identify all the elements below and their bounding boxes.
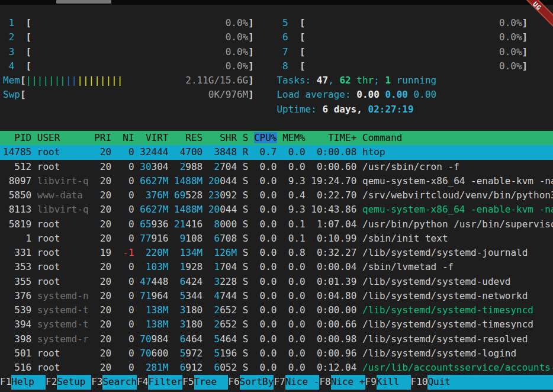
table-row[interactable]: 501 root 20 0 70600 5972 5196 S 0.0 0.0 … (0, 346, 553, 361)
meter-bracket: [ (26, 46, 32, 57)
mem-percent-cell: 0.8 (282, 247, 306, 258)
nice-cell: 0 (117, 362, 134, 373)
cpu-meter-label: 5 (276, 17, 288, 28)
state-cell: S (243, 161, 249, 172)
column-header-pid[interactable]: PID (3, 132, 31, 143)
fkey-help[interactable]: Help (11, 375, 46, 389)
nice-cell: 0 (117, 233, 134, 244)
mem-value-cell: 21 (174, 219, 185, 230)
fkey-sortby[interactable]: SortBy (240, 375, 274, 389)
tasks-summary: running (391, 75, 436, 86)
column-header-command[interactable]: Command (362, 132, 402, 143)
nice-cell: 0 (117, 219, 134, 230)
table-row[interactable]: 539 systemd-t 20 0 138M 3180 2652 S 0.0 … (0, 303, 553, 317)
state-cell: S (243, 319, 249, 330)
mem-percent-cell: 0.0 (282, 304, 306, 316)
mem-bar-green: ||||||| (26, 75, 66, 86)
column-header-user[interactable]: USER (37, 132, 89, 143)
fkey-search[interactable]: Search (102, 375, 137, 389)
fkey-number: F10 (411, 375, 428, 389)
table-row[interactable]: 5819 root 20 0 65936 21416 8000 S 0.0 0.… (0, 217, 553, 232)
tasks-summary: thr (351, 75, 374, 86)
cpu-percent-cell: 0.0 (254, 304, 277, 316)
table-row[interactable]: 5850 www-data 20 0 376M 69528 23092 S 0.… (0, 188, 553, 203)
mem-percent-cell: 0.0 (282, 261, 306, 272)
meter-bracket: ] (248, 46, 254, 57)
state-cell: S (243, 290, 249, 301)
nice-cell: 0 (117, 333, 134, 345)
time-cell: 19:24.70 (311, 175, 356, 187)
column-header-shr[interactable]: SHR (208, 132, 237, 143)
state-cell: S (243, 189, 249, 201)
table-row[interactable]: 512 root 20 0 30304 2988 2704 S 0.0 0.0 … (0, 160, 553, 174)
table-row[interactable]: 355 root 20 0 47448 6424 3228 S 0.0 0.0 … (0, 275, 553, 289)
column-header-ni[interactable]: NI (117, 132, 134, 143)
sort-column-header[interactable]: CPU% (254, 132, 277, 143)
mem-percent-cell: 0.0 (282, 333, 306, 345)
cpu-percent-cell: 0.0 (254, 161, 277, 172)
column-header-s[interactable]: S (243, 132, 249, 143)
pri-cell: 20 (94, 161, 111, 172)
user-cell: systemd-n (37, 290, 89, 301)
pid-cell: 353 (3, 261, 31, 272)
mem-value-cell: 2 (208, 161, 220, 172)
meter-bracket: [ (300, 31, 306, 43)
cpu-meters-row: 1 [ 0.0%] 5 [ 0.0%] (0, 16, 553, 30)
fkey-quit[interactable]: Quit (427, 375, 462, 389)
mem-percent-cell: 0.0 (282, 362, 306, 373)
mem-value-cell: 4 (174, 146, 185, 158)
fkey-filter[interactable]: Filter (148, 375, 182, 389)
mem-value-cell: 8 (208, 219, 220, 230)
table-row[interactable]: 516 root 20 0 281M 6912 6052 S 0.0 0.0 0… (0, 361, 553, 375)
mem-value-cell: 3 (208, 146, 220, 158)
column-header-pri[interactable]: PRI (94, 132, 111, 143)
mem-meter-value: 2.11G/15.6G (185, 75, 248, 86)
fkey-nice[interactable]: Nice - (285, 375, 320, 389)
mem-value-cell: 220M (140, 247, 168, 258)
column-header-res[interactable]: RES (174, 132, 202, 143)
meter-bracket: [ (20, 75, 26, 86)
nice-cell: 0 (117, 146, 134, 158)
cpu-meter-value: 0.0% (499, 17, 522, 28)
column-header-mem[interactable]: MEM% (282, 132, 306, 143)
fkey-tree[interactable]: Tree (194, 375, 229, 389)
table-row[interactable]: 331 root 19 -1 220M 134M 126M S 0.0 0.8 … (0, 246, 553, 260)
column-header-time[interactable]: TIME+ (311, 132, 356, 143)
mem-value-cell: 2 (208, 319, 220, 330)
column-header-virt[interactable]: VIRT (140, 132, 168, 143)
mem-meter-label: Mem (3, 75, 20, 86)
scrollbar-thumb[interactable] (56, 0, 111, 4)
cpu-meter-label: 1 (3, 17, 14, 28)
table-row[interactable]: 394 systemd-t 20 0 138M 3180 2652 S 0.0 … (0, 317, 553, 332)
table-row[interactable]: 8113 libvirt-q 20 0 6627M 1488M 20044 S … (0, 203, 553, 217)
meter-bracket: [ (26, 31, 32, 43)
command-cell: /usr/bin/python /usr/bin/superviso (362, 219, 553, 230)
command-cell: /lib/systemd/systemd-timesyncd (362, 319, 533, 330)
cpu-percent-cell: 0.0 (254, 261, 277, 272)
pid-cell: 355 (3, 276, 31, 287)
fkey-nice[interactable]: Nice + (331, 375, 365, 389)
command-cell: /usr/sbin/cron -f (362, 161, 459, 172)
tasks-summary: 47 (317, 75, 328, 86)
swap-meter-label: Swp (3, 89, 20, 100)
command-cell: /lib/systemd/systemd-timesyncd (362, 304, 533, 316)
meter-bracket: [ (300, 46, 306, 57)
time-cell: 0:00.66 (311, 319, 356, 330)
table-row[interactable]: 398 systemd-r 20 0 70984 6464 5464 S 0.0… (0, 332, 553, 346)
user-cell: www-data (37, 189, 89, 201)
mem-percent-cell: 0.0 (282, 161, 306, 172)
fkey-setup[interactable]: Setup (57, 375, 91, 389)
table-row-selected[interactable]: 14785 root 20 0 32444 4700 3848 R 0.7 0.… (0, 145, 553, 159)
cpu-meter-value: 0.0% (499, 46, 522, 57)
fkey-kill[interactable]: Kill (377, 375, 411, 389)
table-row[interactable]: 376 systemd-n 20 0 71964 5344 4744 S 0.0… (0, 289, 553, 303)
pid-cell: 8097 (3, 175, 31, 187)
table-row[interactable]: 1 root 20 0 77916 9108 6708 S 0.0 0.1 0:… (0, 232, 553, 246)
table-row[interactable]: 8097 libvirt-q 20 0 6627M 1488M 20044 S … (0, 174, 553, 188)
nice-cell: 0 (117, 348, 134, 359)
mem-value-cell: 47 (140, 276, 151, 287)
time-cell: 1:07.04 (311, 219, 356, 230)
mem-value-cell: 32 (140, 146, 151, 158)
cpu-percent-cell: 0.0 (254, 189, 277, 201)
table-row[interactable]: 353 root 20 0 103M 1928 1704 S 0.0 0.0 0… (0, 260, 553, 274)
